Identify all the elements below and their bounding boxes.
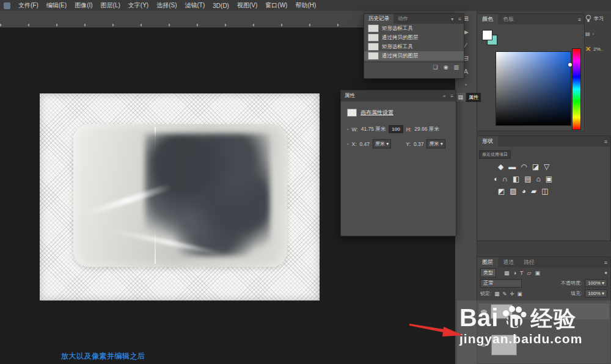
shape-thumb[interactable]: ▬ [508,162,516,171]
menu-image[interactable]: 图像(I) [75,1,92,10]
lock-transparent-icon[interactable]: ▦ [494,291,499,297]
hue-slider-handle[interactable] [568,63,572,67]
measure-panel-icon[interactable]: ∕ [466,42,467,49]
x-label: X: [351,141,356,147]
collapsed-panel-icon-6[interactable]: ◦ [465,81,467,88]
shape-thumb[interactable]: ◆ [498,162,503,171]
photoshop-window: 文件(F) 编辑(E) 图像(I) 图层(L) 文字(Y) 选择(S) 滤镜(T… [0,0,611,364]
history-state[interactable]: 通过拷贝的图层 [364,33,464,42]
shape-thumb[interactable]: ▽ [544,162,549,171]
height-value[interactable]: 29.66 厘米 [414,126,439,133]
tab-layers[interactable]: 图层 [477,257,498,268]
plastic-bag [73,124,287,267]
filter-smart-object-icon[interactable]: ▣ [535,270,540,276]
lock-all-icon[interactable]: ▣ [518,291,522,297]
shape-thumb[interactable]: ▨ [510,187,516,195]
filter-adjustment-icon[interactable]: ◑ [513,270,516,276]
filter-type-icon[interactable]: T [520,270,524,276]
gold-x-label: 2%.. [593,46,603,52]
bullet-icon: ▪ [347,127,348,131]
properties-dock-tab[interactable]: 属性 [466,93,481,102]
shape-thumb[interactable]: ▰ [531,187,536,195]
new-snapshot-icon[interactable]: ◉ [444,64,448,70]
shape-thumb[interactable]: ◠ [521,162,527,171]
menu-view[interactable]: 视图(V) [237,1,257,10]
new-document-from-state-icon[interactable]: ❏ [433,64,438,70]
x-unit-dropdown[interactable]: 厘米 ▾ [373,139,391,148]
menu-filter[interactable]: 滤镜(T) [185,1,205,10]
link-dimensions-chip[interactable]: 100 [389,125,403,133]
position-row: ▪ X: 0.47 厘米 ▾ Y: 0.37 厘米 ▾ [347,139,451,148]
history-state-label: 通过拷贝的图层 [382,34,419,42]
shape-thumb[interactable]: ◫ [541,187,548,195]
tab-paths[interactable]: 路径 [519,257,540,268]
filter-toggle-icon[interactable]: ● [604,270,607,275]
menu-type[interactable]: 文字(Y) [128,1,148,10]
saturation-brightness-field[interactable] [496,51,571,126]
learn-item[interactable]: 学习 [585,15,611,23]
tab-history[interactable]: 历史记录 [364,14,393,24]
hue-slider[interactable] [572,48,581,130]
properties-panel-header[interactable]: 属性 « ≡ [341,90,456,101]
shape-thumb[interactable]: ▣ [546,175,552,183]
foreground-color-swatch[interactable] [482,30,492,40]
panel-menu-icon[interactable]: ≡ [604,260,610,266]
shape-thumb[interactable]: ◧ [513,175,519,183]
opacity-value[interactable]: 100% ▾ [585,279,607,287]
blend-mode-select[interactable]: 正常 [480,279,522,288]
tab-shapes[interactable]: 形状 [477,136,498,147]
canvas-properties-link[interactable]: 画布属性设置 [360,109,393,117]
lightbulb-icon [585,15,591,23]
panel-menu-icon[interactable]: ≡ [448,93,456,99]
shape-thumb[interactable]: ◖ [493,175,497,183]
panel-menu-icon[interactable]: ≡ [604,139,610,145]
shape-thumb[interactable]: ▤ [524,175,531,183]
shape-thumb[interactable]: ◕ [522,187,526,195]
tab-swatches[interactable]: 色板 [498,14,519,24]
shape-grid-row: ◖ ∩ ◧ ▤ ⌂ ▣ [477,175,610,183]
filter-shape-icon[interactable]: ▱ [527,270,531,276]
filter-pixel-icon[interactable]: ▦ [504,270,510,276]
menu-file[interactable]: 文件(F) [18,1,38,10]
lock-row: 锁定: ▦ ✎ ✛ ▣ 填充: 100% ▾ [477,288,610,299]
lock-pixels-icon[interactable]: ✎ [502,291,507,297]
fill-value[interactable]: 100% ▾ [585,289,607,297]
shape-thumb[interactable]: ◪ [532,162,539,171]
menu-layer[interactable]: 图层(L) [101,1,120,10]
shape-grid-row: ◆ ▬ ◠ ◪ ▽ [477,162,610,171]
panel-menu-icon[interactable]: ≡ [456,16,464,22]
menu-3d[interactable]: 3D(D) [213,2,229,9]
height-label: H: [406,126,412,133]
menu-select[interactable]: 选择(S) [156,1,177,10]
y-unit-dropdown[interactable]: 厘米 ▾ [426,139,445,148]
tab-actions[interactable]: 动作 [393,14,412,24]
shape-thumb[interactable]: ⌂ [536,175,541,183]
panel-tab-icon[interactable]: ▤ [456,93,465,101]
width-value[interactable]: 41.75 厘米 [361,126,386,133]
panel-menu-icon[interactable]: ≡ [578,16,584,23]
canvas-thumbnail-icon [347,109,357,117]
libraries-icon: ▤ [585,31,590,37]
panel-collapse-icon[interactable]: « [441,93,448,99]
blend-mode-row: 正常 不透明度: 100% ▾ [477,278,610,288]
y-value[interactable]: 0.37 [414,141,424,147]
history-state[interactable]: 矩形选框工具 [364,24,464,33]
menu-window[interactable]: 窗口(W) [265,1,287,10]
filter-type-dropdown[interactable]: 类型 [480,268,496,277]
menu-edit[interactable]: 编辑(E) [46,1,67,10]
tab-channels[interactable]: 通道 [498,257,519,268]
panel-collapse-icon[interactable]: ▾ [448,16,456,22]
tab-color[interactable]: 颜色 [477,14,498,24]
delete-state-icon[interactable]: ▥ [453,64,459,70]
lock-position-icon[interactable]: ✛ [510,291,514,297]
history-state[interactable]: 矩形选框工具 [364,42,464,51]
history-state-selected[interactable]: 通过拷贝的图层 [364,51,464,60]
canvas-image-vacuum-bag[interactable] [40,93,320,300]
x-value[interactable]: 0.47 [360,141,370,147]
shape-thumb[interactable]: ◩ [498,187,505,195]
menu-help[interactable]: 帮助(H) [295,1,316,10]
shapes-filter-dropdown[interactable]: 最近使用项目 [479,150,511,159]
close-x-item[interactable]: ✕ 2%.. [585,45,611,53]
shape-thumb[interactable]: ∩ [502,175,508,183]
libraries-item[interactable]: ▤ ▫ [585,31,611,37]
